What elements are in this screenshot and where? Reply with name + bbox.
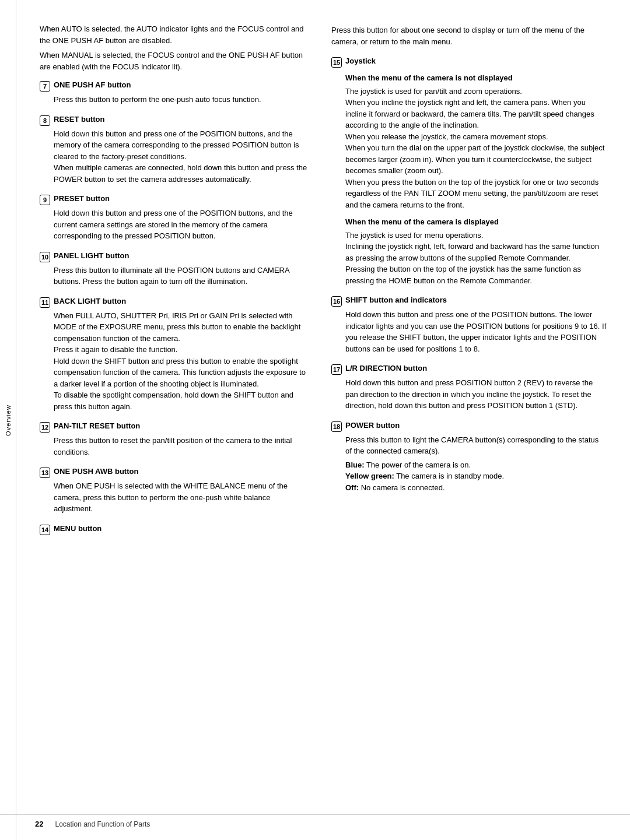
item-15: 15 Joystick When the menu of the camera … [331, 57, 607, 286]
item-7-number: 7 [40, 81, 50, 92]
item-10: 10 PANEL LIGHT button Press this button … [40, 251, 308, 287]
item-18-sub-notes: Blue: The power of the camera is on. Yel… [345, 459, 607, 494]
item-13-title: ONE PUSH AWB button [54, 467, 138, 476]
item-8-header: 8 RESET button [40, 115, 308, 126]
item-9-title: PRESET button [54, 194, 110, 203]
item-8-body: Hold down this button and press one of t… [40, 128, 308, 185]
item-10-body: Press this button to illuminate all the … [40, 265, 308, 287]
item-14-number: 14 [40, 525, 50, 535]
item-7-body: Press this button to perform the one-pus… [40, 94, 308, 106]
item-16-number: 16 [331, 296, 342, 307]
item-16-header: 16 SHIFT button and indicators [331, 296, 607, 307]
item-16: 16 SHIFT button and indicators Hold down… [331, 296, 607, 354]
sidebar-label-wrapper: Overview [0, 0, 16, 840]
item-11-number: 11 [40, 297, 50, 308]
item-18-header: 18 POWER button [331, 421, 607, 432]
joystick-displayed-body: The joystick is used for menu operations… [345, 230, 607, 287]
power-blue-note: Blue: The power of the camera is on. [345, 459, 607, 471]
intro-section: When AUTO is selected, the AUTO indicato… [40, 23, 308, 72]
item-10-title: PANEL LIGHT button [54, 251, 130, 260]
left-column: When AUTO is selected, the AUTO indicato… [40, 23, 308, 805]
joystick-not-displayed-body: The joystick is used for pan/tilt and zo… [345, 86, 607, 211]
item-12-header: 12 PAN-TILT RESET button [40, 421, 308, 433]
menu-button-body-section: Press this button for about one second t… [331, 24, 607, 47]
item-18: 18 POWER button Press this button to lig… [331, 421, 607, 494]
item-10-number: 10 [40, 252, 50, 262]
item-11: 11 BACK LIGHT button When FULL AUTO, SHU… [40, 297, 308, 413]
footer: 22 Location and Function of Parts [0, 814, 630, 828]
item-18-body-text: Press this button to light the CAMERA bu… [345, 435, 598, 456]
item-17-number: 17 [331, 364, 342, 375]
item-7-header: 7 ONE PUSH AF button [40, 80, 308, 92]
item-12-number: 12 [40, 422, 50, 433]
footer-text: Location and Function of Parts [55, 820, 150, 828]
item-13-body: When ONE PUSH is selected with the WHITE… [40, 480, 308, 515]
power-off-note: Off: No camera is connected. [345, 482, 607, 494]
right-column: Press this button for about one second t… [331, 23, 607, 805]
item-11-body: When FULL AUTO, SHUTTER Pri, IRIS Pri or… [40, 310, 308, 413]
item-12-body: Press this button to reset the pan/tilt … [40, 435, 308, 458]
main-content: When AUTO is selected, the AUTO indicato… [16, 0, 630, 840]
item-14: 14 MENU button [40, 524, 308, 535]
item-15-number: 15 [331, 57, 342, 68]
item-13: 13 ONE PUSH AWB button When ONE PUSH is … [40, 467, 308, 515]
intro-para1: When AUTO is selected, the AUTO indicato… [40, 23, 308, 46]
joystick-displayed-heading: When the menu of the camera is displayed [345, 216, 607, 228]
item-15-header: 15 Joystick [331, 57, 607, 68]
menu-button-body: Press this button for about one second t… [331, 24, 607, 47]
joystick-not-displayed-heading: When the menu of the camera is not displ… [345, 72, 607, 84]
item-9-header: 9 PRESET button [40, 194, 308, 205]
item-18-body: Press this button to light the CAMERA bu… [331, 434, 607, 494]
item-10-header: 10 PANEL LIGHT button [40, 251, 308, 262]
item-12-title: PAN-TILT RESET button [54, 421, 140, 430]
item-11-header: 11 BACK LIGHT button [40, 297, 308, 308]
sidebar: Overview [0, 0, 16, 840]
item-12: 12 PAN-TILT RESET button Press this butt… [40, 421, 308, 458]
item-9-number: 9 [40, 195, 50, 205]
page: Overview When AUTO is selected, the AUTO… [0, 0, 630, 840]
item-13-number: 13 [40, 468, 50, 478]
item-8: 8 RESET button Hold down this button and… [40, 115, 308, 185]
item-18-number: 18 [331, 421, 342, 432]
item-9: 9 PRESET button Hold down this button an… [40, 194, 308, 242]
item-15-body: When the menu of the camera is not displ… [331, 72, 607, 286]
item-15-title: Joystick [345, 57, 376, 65]
item-17-title: L/R DIRECTION button [345, 364, 427, 372]
item-11-title: BACK LIGHT button [54, 297, 126, 305]
page-number: 22 [35, 820, 43, 828]
item-8-number: 8 [40, 115, 50, 126]
item-7-title: ONE PUSH AF button [54, 80, 131, 89]
item-7: 7 ONE PUSH AF button Press this button t… [40, 80, 308, 106]
item-14-title: MENU button [54, 524, 102, 533]
item-16-body: Hold down this button and press one of t… [331, 309, 607, 354]
item-17-body: Hold down this button and press POSITION… [331, 377, 607, 412]
item-16-title: SHIFT button and indicators [345, 296, 447, 304]
item-8-title: RESET button [54, 115, 104, 124]
item-14-header: 14 MENU button [40, 524, 308, 535]
sidebar-label: Overview [5, 405, 12, 436]
item-17: 17 L/R DIRECTION button Hold down this b… [331, 364, 607, 412]
item-17-header: 17 L/R DIRECTION button [331, 364, 607, 375]
item-13-header: 13 ONE PUSH AWB button [40, 467, 308, 478]
item-18-title: POWER button [345, 421, 400, 430]
intro-para2: When MANUAL is selected, the FOCUS contr… [40, 50, 308, 72]
power-yellow-note: Yellow green: The camera is in standby m… [345, 470, 607, 482]
item-9-body: Hold down this button and press one of t… [40, 208, 308, 242]
